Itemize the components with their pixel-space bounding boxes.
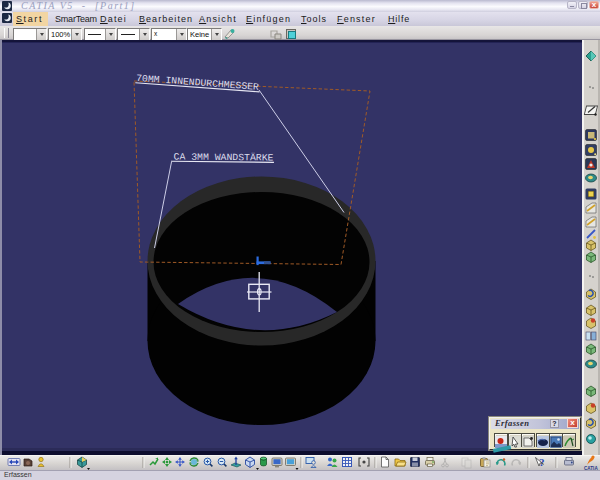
- svg-text:CATIA: CATIA: [584, 466, 598, 471]
